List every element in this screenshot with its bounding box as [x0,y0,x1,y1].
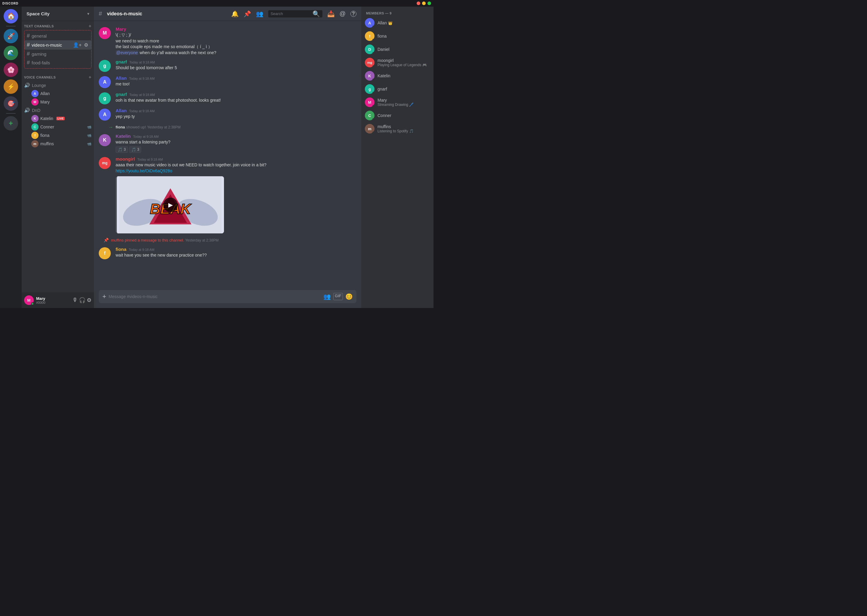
server-icon-3[interactable]: 🌸 [4,63,18,77]
server-icon-5[interactable]: 🎯 [4,96,18,111]
member-item-conner[interactable]: C Conner [361,109,434,122]
voice-member-conner[interactable]: C Conner 📹 [29,123,94,131]
help-icon[interactable]: ? [350,11,356,17]
current-user-tag: #0000 [36,301,70,304]
user-settings-button[interactable]: ⚙ [87,297,91,303]
voice-member-fiona[interactable]: f fiona 📹 [29,131,94,140]
message-group-katelin: K Katelin Today at 9:18 AM wanna start a… [99,133,356,153]
katelin-avatar: K [99,134,111,146]
channel-item-gaming[interactable]: # gaming [24,50,91,58]
member-info-allan: Allan 👑 [377,20,430,25]
conner-voice-icons: 📹 [87,125,91,129]
text-channels-label[interactable]: TEXT CHANNELS + [22,24,94,29]
emoji-button[interactable]: 😊 [345,293,353,300]
message-header: fiona Today at 9:18 AM [116,247,356,252]
member-info-mary: Mary Streaming Drawing 🖊️ [377,98,430,107]
message-input-container: + 👥 GIF 😊 [99,290,356,303]
fiona-avatar: f [99,247,111,259]
member-name-moongirl: moongirl [377,58,430,63]
fiona-voice-name: fiona [40,133,49,138]
channel-item-videos-n-music[interactable]: # videos-n-music 👤+ ⚙ [24,40,91,50]
voice-member-mary[interactable]: M Mary [29,98,94,106]
message-author-fiona[interactable]: fiona [116,247,126,252]
members-icon[interactable]: 👥 [256,10,263,17]
member-item-muffins[interactable]: m muffins Listening to Spotify 🎵 [361,122,434,135]
server-name-header[interactable]: Space City ▾ [22,6,94,21]
server-icon-4[interactable]: ⚡ [4,79,18,94]
member-item-katelin[interactable]: K Katelin [361,69,434,82]
message-timestamp: Today at 9:18 AM [137,158,163,161]
add-server-button[interactable]: + [4,116,18,130]
moongirl-message-content: moongirl Today at 9:18 AM aaaa their new… [116,156,356,233]
member-item-daniel[interactable]: D Daniel [361,43,434,56]
current-user-avatar[interactable]: M [24,295,34,305]
home-button[interactable]: 🏠 [4,9,18,24]
message-author-katelin[interactable]: Katelin [116,134,131,139]
member-name-katelin: Katelin [377,73,430,78]
minimize-btn[interactable] [422,2,426,5]
reaction-emoji: 🎵 [131,148,136,152]
voice-channel-dnd[interactable]: 🔊 DnD [22,106,94,114]
voice-channels-label[interactable]: VOICE CHANNELS + [22,75,94,80]
main-header: # videos-n-music 🔔 📌 👥 🔍 📥 @ ? [94,6,361,21]
server-name: Space City [27,11,50,16]
message-author-gnarf-2[interactable]: gnarf [116,92,127,97]
reaction-music-1[interactable]: 🎵 3 [116,146,128,153]
message-input[interactable] [109,291,321,302]
voice-member-katelin[interactable]: K Katelin LIVE [29,114,94,123]
member-item-gnarf[interactable]: g gnarf [361,82,434,96]
search-input[interactable] [271,11,312,16]
message-timestamp: Today at 9:18 AM [129,93,155,97]
header-actions: 🔔 📌 👥 🔍 📥 @ ? [231,10,356,17]
pinner-name[interactable]: muffins [111,238,124,242]
message-author-allan-2[interactable]: Allan [116,108,127,113]
maximize-btn[interactable] [427,2,431,5]
everyone-mention[interactable]: @everyone [116,50,139,55]
bell-icon[interactable]: 🔔 [231,10,239,17]
channel-hash-icon: # [27,51,30,57]
message-text: \( ; ▽ ; )/ [116,32,356,38]
member-name-muffins: muffins [377,124,430,129]
pin-text: muffins pinned a message to this channel… [111,238,219,242]
voice-member-allan[interactable]: A Allan [29,90,94,98]
message-author-gnarf[interactable]: gnarf [116,59,127,64]
message-author-allan[interactable]: Allan [116,75,127,81]
deafen-button[interactable]: 🎧 [79,297,85,303]
at-icon[interactable]: @ [340,10,345,17]
messages-area[interactable]: M Mary \( ; ▽ ; )/ we need to watch more… [94,21,361,290]
settings-icon[interactable]: ⚙ [84,41,89,49]
channel-item-general[interactable]: # general [24,31,91,40]
video-link[interactable]: https://youtu.be/OiDx6aQ928o [116,168,172,173]
gif-button[interactable]: GIF [333,293,343,300]
invite-icon[interactable]: 👤+ [72,41,82,49]
member-item-fiona[interactable]: f fiona [361,30,434,43]
people-icon[interactable]: 👥 [323,293,331,300]
message-author-moongirl[interactable]: moongirl [116,156,135,162]
channel-item-food-fails[interactable]: # food-fails [24,58,91,67]
reaction-music-2[interactable]: 🎵 3 [129,146,142,153]
search-box[interactable]: 🔍 [268,10,322,17]
server-icon-1[interactable]: 🚀 [4,29,18,43]
member-avatar-conner: C [365,111,375,120]
channel-hash-icon: # [27,60,30,66]
voice-member-muffins[interactable]: m muffins 📹 [29,140,94,148]
play-button[interactable]: ▶ [163,198,178,212]
server-icon-2[interactable]: 🌊 [4,46,18,60]
message-timestamp: Today at 9:18 AM [129,248,154,251]
member-item-moongirl[interactable]: mg moongirl Playing League of Legends 🎮 [361,56,434,69]
current-user-initials: M [27,298,31,303]
voice-channel-lounge[interactable]: 🔊 Lounge [22,81,94,90]
video-thumbnail[interactable]: BEAK ▶ [117,176,224,233]
mute-button[interactable]: 🎙 [72,297,78,303]
crown-icon: 👑 [388,21,393,25]
inbox-icon[interactable]: 📥 [327,10,335,17]
close-btn[interactable] [417,2,420,5]
message-author-mary[interactable]: Mary [116,27,126,31]
message-text: yep yep ty [116,114,356,120]
member-item-mary[interactable]: M Mary Streaming Drawing 🖊️ [361,96,434,109]
pin-icon[interactable]: 📌 [244,10,251,17]
channel-name-gaming: gaming [32,52,46,57]
add-message-button[interactable]: + [102,293,106,300]
member-item-allan[interactable]: A Allan 👑 [361,16,434,30]
mary-avatar: M [99,27,111,39]
